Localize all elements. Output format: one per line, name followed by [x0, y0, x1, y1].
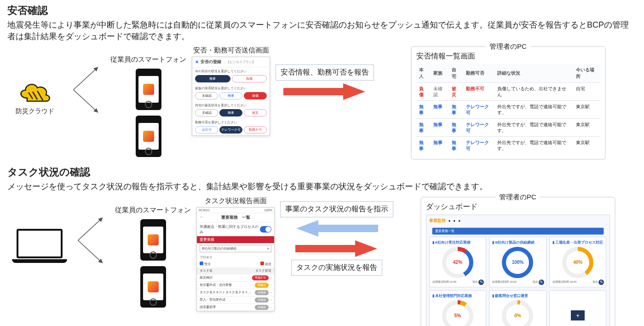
card-title: ▮ A社向け受注対応業務: [432, 240, 483, 245]
task-app-screen: RCBSC100% ←重要業務 一覧 所属拠点・部署に関するプロセスのみ 重要業…: [196, 207, 275, 311]
admin-pc-label-1: 管理者のPC: [486, 42, 530, 51]
table-cell: テレワーク可: [463, 137, 494, 155]
split-arrow-1: [68, 46, 105, 120]
donut-chart: 0%: [502, 300, 533, 326]
dashboard-frame: 事業監視 ●●● 重要業務一覧 ▮ A社向け受注対応業務42%目標復旧時間 14…: [426, 215, 610, 326]
status-th: 今いる場所: [573, 64, 600, 83]
cloud-icon: [14, 78, 56, 106]
q2-label: 家族の安否状況を選択してください: [195, 86, 267, 91]
dashboard-card[interactable]: ▮ A社向け受注対応業務42%目標復旧時間 14:00現在 5件✎: [429, 237, 487, 287]
toggle-label: 所属拠点・部署に関するプロセスのみ: [200, 224, 260, 234]
dashboard-card[interactable]: ▮ 顧客問合せ窓口運営0%目標復旧時間 14:00現在 5件✎: [489, 290, 546, 326]
phone-icon: [140, 219, 166, 261]
card-footer: 目標復旧時間 18:00現在 3件: [492, 280, 543, 284]
chevron-right-icon: ›: [270, 306, 271, 309]
task-row[interactable]: 羅災検討実施不可›: [197, 274, 274, 281]
table-row: 無事無事無事テレワーク可外出先ですが、電話で連絡可能です。東京駅: [416, 119, 600, 137]
q1-label: 今の自分の状況を選択してください: [195, 69, 267, 74]
dashboard-brand: 事業監視: [429, 218, 446, 224]
card-footer: 目標復旧時間 14:00現在 5件: [432, 280, 483, 284]
q4-opt-office[interactable]: 出社可: [195, 126, 218, 134]
filter-toggle[interactable]: [260, 226, 271, 233]
q3-opt-damaged[interactable]: 被災: [244, 109, 267, 116]
biz-select[interactable]: B社向け製品の供給継続▾: [200, 245, 271, 252]
safety-app-title: 安否・勤務可否送信画面: [193, 46, 269, 55]
arrow-right-red-2: [295, 239, 378, 258]
app-icon: [148, 234, 159, 245]
dashboard-card[interactable]: ▮ 工場生産・出荷プロセス対応40%目標復旧時間 18:00現在 8件✎: [549, 237, 607, 287]
q2-opt-unknown[interactable]: 未確認: [195, 92, 218, 99]
table-cell: 東京駅: [573, 119, 600, 137]
app-icon: [143, 84, 154, 95]
table-cell: 被災: [449, 83, 463, 101]
logo-text: 防災クラウド: [7, 107, 63, 116]
edit-icon[interactable]: ✎: [598, 279, 604, 285]
add-card[interactable]: +: [549, 290, 607, 326]
plus-icon[interactable]: +: [571, 310, 585, 320]
phone-icon: [136, 69, 161, 110]
table-cell: 外出先ですが、電話で連絡可能です。: [494, 119, 573, 137]
task-th-status: タスク状況: [255, 268, 271, 273]
q3-opt-unknown[interactable]: 未確認: [195, 109, 218, 116]
safety-app-header-sub: ・【ビジネスプラン】: [223, 60, 255, 64]
card-footer: 目標復旧時間 18:00現在 8件: [552, 280, 604, 284]
status-table-title: 安否情報一覧画面: [416, 52, 600, 61]
close-icon[interactable]: ✕: [195, 59, 199, 64]
q4-opt-telework[interactable]: テレワーク可: [219, 126, 242, 134]
table-row: 無事無事無事テレワーク可外出先ですが、電話で連絡可能です。東京駅: [416, 101, 600, 119]
task-status-chip: 実施可: [255, 283, 269, 288]
q2-opt-safe[interactable]: 無事: [219, 92, 242, 99]
flow-caption-1: 安否情報、勤務可否を報告: [276, 64, 374, 81]
dashboard-card[interactable]: ▮ B社向け製品の供給継続100%目標復旧時間 18:00現在 3件✎: [489, 237, 546, 287]
edit-icon[interactable]: ✎: [539, 279, 544, 285]
back-icon[interactable]: ←: [200, 215, 204, 219]
task-th-name: タスク名: [200, 268, 213, 273]
table-cell: 東京駅: [573, 137, 600, 155]
task-app-header: 重要業務 一覧: [221, 215, 250, 220]
card-title: ▮ B社向け製品の供給継続: [492, 240, 543, 245]
q1-opt-safe[interactable]: 無事: [195, 75, 230, 82]
section-important-biz: 重要業務: [197, 236, 274, 243]
q1-opt-injured[interactable]: 負傷: [232, 75, 267, 82]
task-status-chip: 未確認: [255, 297, 269, 303]
app-icon: [148, 281, 159, 292]
task-row[interactable]: 請求書処理未確認›: [197, 303, 274, 311]
task-name: 羅災検討: [200, 275, 250, 280]
task-row[interactable]: タスク名テキストタスク名テキストタスク名テキストタスク名・テ…未確認›: [197, 289, 274, 296]
legend-left: 受注: [204, 262, 211, 266]
table-row: 無事無事無事テレワーク可外出先ですが、電話で連絡可能です。東京駅: [416, 137, 600, 155]
arrow-right-red: [283, 82, 366, 101]
edit-icon[interactable]: ✎: [478, 279, 484, 285]
table-cell: 自宅: [573, 83, 600, 101]
q2-opt-injured[interactable]: 負傷: [244, 92, 267, 99]
status-th: 家族: [431, 64, 449, 83]
section1-desc: 地震発生等により事業が中断した緊急時には自動的に従業員のスマートフォンに安否確認…: [7, 19, 637, 42]
task-name: 請求書処理: [200, 305, 253, 309]
q3-label: 自宅の被災状況を選択してください: [195, 103, 267, 108]
section2-title: タスク状況の確認: [7, 165, 637, 179]
q4-opt-unable[interactable]: 勤務不可: [244, 126, 267, 134]
svg-line-6: [78, 240, 103, 263]
crumb-important-biz[interactable]: 重要業務一覧: [432, 227, 604, 235]
q3-opt-safe[interactable]: 無事: [219, 109, 242, 116]
task-status-chip: 未確認: [255, 305, 269, 310]
card-title: ▮ 顧客問合せ窓口運営: [492, 293, 543, 298]
table-cell: 無事: [431, 101, 449, 119]
chevron-right-icon: ›: [270, 276, 271, 279]
svg-line-3: [74, 68, 98, 90]
table-cell: 無事: [431, 137, 449, 155]
svg-line-4: [74, 90, 98, 112]
task-row[interactable]: 発注書作成・送付業務実施可›: [197, 281, 274, 289]
split-arrow-2: [73, 197, 109, 270]
table-cell: テレワーク可: [463, 101, 494, 119]
legend-right: 発送: [265, 262, 271, 266]
table-cell: 無事: [431, 119, 449, 137]
arrow-left-blue: [295, 219, 378, 238]
task-row[interactable]: 受入・受領業作成未確認›: [197, 296, 274, 303]
legend-dot-blue: [200, 262, 203, 265]
table-cell: 負傷しているため、出社できません: [494, 83, 573, 101]
safety-status-table: 本人家族自宅勤務可否詳細な状況今いる場所 負傷未確認被災勤務不可負傷しているため…: [416, 64, 600, 154]
task-status-chip: 実施不可: [252, 275, 269, 280]
dashboard-card[interactable]: ▮ 本社管理部門対応業務5%目標復旧時間 14:00現在 6件✎: [429, 290, 487, 326]
proc-label: プロセス: [200, 255, 213, 260]
